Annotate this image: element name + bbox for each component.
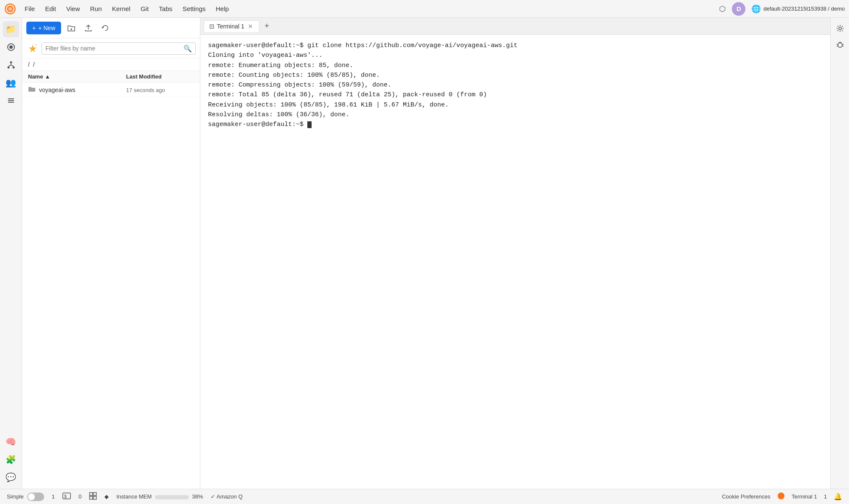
file-header-row: Name ▲ Last Modified [22,71,200,83]
terminal-status-label: Terminal 1 [792,493,817,500]
left-icon-bar: 📁 👥 🧠 🧩 💬 [0,18,22,489]
terminal-body[interactable]: sagemaker-user@default:~$ git clone http… [200,35,830,489]
file-row[interactable]: voyageai-aws 17 seconds ago [22,83,200,98]
file-search-input-wrap: 🔍 [42,42,196,55]
terminal-line: remote: Total 85 (delta 36), reused 71 (… [208,90,823,100]
folder-file-icon [28,86,36,94]
file-name: voyageai-aws [39,87,126,93]
sidebar-item-files[interactable]: 📁 [3,21,19,37]
svg-line-19 [837,44,838,45]
main-area: 📁 👥 🧠 🧩 💬 + + New [0,18,849,489]
sidebar-item-circle[interactable] [3,39,19,55]
simple-label: Simple [7,493,24,500]
instance-label[interactable]: 🌐 default-20231215t153938 / demo [751,4,845,14]
menu-view[interactable]: View [62,3,84,14]
menu-run[interactable]: Run [86,3,106,14]
sidebar-item-brain[interactable]: 🧠 [3,434,19,450]
new-folder-button[interactable] [65,21,78,35]
bug-icon[interactable] [833,37,847,52]
sidebar-item-puzzle[interactable]: 🧩 [3,451,19,468]
svg-point-6 [12,67,14,69]
terminal-tab-label: Terminal 1 [217,23,245,30]
arrow-diamond-icon: ◆ [104,493,109,500]
right-icon-bar [830,18,849,489]
menu-file[interactable]: File [20,3,39,14]
menu-tabs[interactable]: Tabs [155,3,177,14]
avatar[interactable]: D [732,2,745,16]
plus-icon: + [32,25,36,31]
svg-line-20 [842,44,843,45]
grid-icon [89,492,97,501]
ai-assist-button[interactable] [26,42,39,55]
svg-rect-26 [90,493,93,496]
file-search-input[interactable] [45,45,183,52]
terminal-line: remote: Counting objects: 100% (85/85), … [208,70,823,80]
svg-line-21 [837,46,838,46]
new-terminal-button[interactable]: + [261,20,273,32]
svg-line-9 [11,65,14,67]
orange-circle-icon [777,492,785,501]
instance-mem-label: Instance MEM 38% [116,493,203,500]
terminal-tabs: ⊡ Terminal 1 ✕ + [200,18,830,35]
menu-settings[interactable]: Settings [178,3,210,14]
terminal-line: remote: Enumerating objects: 85, done. [208,61,823,70]
amazon-q-label[interactable]: ✓ Amazon Q [211,493,242,500]
svg-rect-29 [93,496,96,499]
svg-point-4 [10,62,12,64]
terminal-line: sagemaker-user@default:~$ [208,120,823,129]
terminal-icon: ⊡ [209,23,214,30]
file-search-row: 🔍 [22,39,200,59]
svg-line-22 [842,46,843,46]
svg-line-16 [36,45,37,45]
terminal-line: Cloning into 'voyageai-aws'... [208,50,823,60]
menu-right: ⬡ D 🌐 default-20231215t153938 / demo [719,2,845,16]
status-counter2: 0 [79,493,82,500]
share-icon[interactable]: ⬡ [719,4,726,14]
menu-git[interactable]: Git [136,3,153,14]
terminal-line: sagemaker-user@default:~$ git clone http… [208,41,823,50]
svg-text:$: $ [64,494,67,499]
menu-help[interactable]: Help [211,3,233,14]
menu-bar: File Edit View Run Kernel Git Tabs Setti… [0,0,849,18]
sort-icon: ▲ [45,73,50,80]
refresh-button[interactable] [98,21,112,35]
terminal-line: Receiving objects: 100% (85/85), 198.61 … [208,100,823,110]
sidebar-item-git[interactable] [3,57,19,73]
file-modified: 17 seconds ago [126,87,194,93]
status-bar: Simple 1 $ 0 ◆ Instance MEM 38% ✓ Amazon… [0,489,849,504]
new-button[interactable]: + + New [26,22,61,34]
svg-point-1 [8,7,12,11]
simple-toggle[interactable] [27,493,44,501]
mem-bar [155,495,189,499]
bell-icon[interactable]: 🔔 [834,493,842,501]
column-name-header[interactable]: Name ▲ [28,73,126,80]
terminal-tab-close[interactable]: ✕ [247,23,254,30]
svg-point-5 [7,67,9,69]
globe-icon: 🌐 [751,4,761,14]
sidebar-item-users[interactable]: 👥 [3,75,19,91]
menu-items: File Edit View Run Kernel Git Tabs Setti… [20,3,719,14]
svg-point-3 [9,45,13,49]
sidebar-item-list[interactable] [3,92,19,109]
search-icon: 🔍 [183,45,192,53]
dollar-icon: $ [62,492,71,501]
breadcrumb: / / [22,59,200,71]
menu-kernel[interactable]: Kernel [108,3,135,14]
upload-button[interactable] [82,21,95,35]
status-counter1: 1 [52,493,55,500]
terminal-area: ⊡ Terminal 1 ✕ + sagemaker-user@default:… [200,18,830,489]
cookie-preferences-link[interactable]: Cookie Preferences [722,493,770,500]
status-simple: Simple [7,493,44,501]
status-right: Cookie Preferences Terminal 1 1 🔔 [722,492,842,501]
terminal-status-count: 1 [824,493,827,500]
column-modified-header: Last Modified [126,73,194,80]
menu-edit[interactable]: Edit [41,3,60,14]
sidebar-item-chat[interactable]: 💬 [3,469,19,485]
svg-line-8 [8,65,11,67]
svg-point-30 [778,493,784,499]
mem-percent: 38% [192,493,203,500]
terminal-tab-1[interactable]: ⊡ Terminal 1 ✕ [204,20,259,32]
settings-gear-icon[interactable] [833,21,847,36]
app-logo [4,3,16,15]
terminal-line: Resolving deltas: 100% (36/36), done. [208,110,823,120]
